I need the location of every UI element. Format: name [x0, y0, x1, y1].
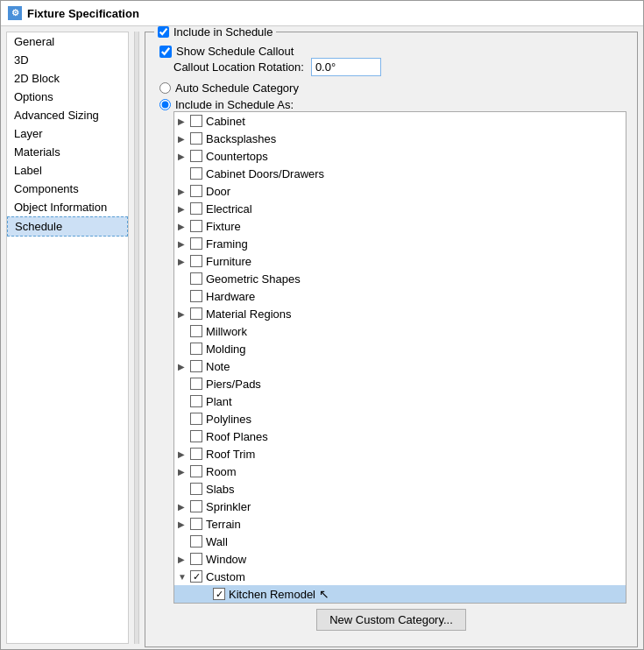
- list-item-room[interactable]: ▶ Room: [174, 463, 626, 480]
- list-item-roof-trim[interactable]: ▶ Roof Trim: [174, 445, 626, 463]
- expand-arrow-material-regions[interactable]: ▶: [178, 309, 190, 319]
- expand-arrow-furniture[interactable]: ▶: [178, 257, 190, 266]
- checkbox-terrain[interactable]: [190, 518, 202, 530]
- checkbox-plant[interactable]: [190, 395, 202, 407]
- expand-arrow-terrain[interactable]: ▶: [178, 519, 190, 529]
- expand-arrow-roof-trim[interactable]: ▶: [178, 449, 190, 459]
- include-as-radio-label[interactable]: Include in Schedule As:: [159, 98, 626, 111]
- expand-arrow-door[interactable]: ▶: [178, 187, 190, 196]
- checkbox-piers-pads[interactable]: [190, 378, 202, 390]
- checkbox-slabs[interactable]: [190, 483, 202, 495]
- sidebar-item-general[interactable]: General: [7, 32, 128, 51]
- sidebar-item-3d[interactable]: 3D: [7, 51, 128, 69]
- checkbox-polylines[interactable]: [190, 413, 202, 425]
- list-item-cabinet-doors[interactable]: ▶ Cabinet Doors/Drawers: [174, 165, 626, 182]
- expand-arrow-sprinkler[interactable]: ▶: [178, 502, 190, 512]
- include-in-schedule-checkbox[interactable]: [158, 26, 169, 38]
- expand-arrow-electrical[interactable]: ▶: [178, 204, 190, 214]
- expand-arrow-custom[interactable]: ▼: [178, 572, 190, 582]
- auto-schedule-radio[interactable]: [159, 82, 171, 94]
- expand-arrow-room[interactable]: ▶: [178, 467, 190, 477]
- checkbox-fixture[interactable]: [190, 220, 202, 232]
- checkbox-custom[interactable]: [190, 570, 202, 583]
- list-item-note[interactable]: ▶ Note: [174, 357, 626, 375]
- list-item-terrain[interactable]: ▶ Terrain: [174, 515, 626, 533]
- list-item-backsplashes[interactable]: ▶ Backsplashes: [174, 130, 626, 147]
- list-item-millwork[interactable]: ▶ Millwork: [174, 322, 626, 340]
- checkbox-roof-planes[interactable]: [190, 430, 202, 442]
- checkbox-door[interactable]: [190, 185, 202, 197]
- list-item-window[interactable]: ▶ Window: [174, 550, 626, 568]
- sidebar-item-2d-block[interactable]: 2D Block: [7, 69, 128, 88]
- list-item-furniture[interactable]: ▶ Furniture: [174, 252, 626, 270]
- checkbox-framing[interactable]: [190, 237, 202, 250]
- category-list[interactable]: ▶ Cabinet ▶ Backsplashes ▶ Counte: [173, 111, 626, 604]
- expand-arrow-framing[interactable]: ▶: [178, 239, 190, 249]
- sidebar-item-object-information[interactable]: Object Information: [7, 198, 128, 216]
- label-backsplashes: Backsplashes: [206, 132, 276, 145]
- auto-schedule-radio-label[interactable]: Auto Schedule Category: [159, 81, 626, 95]
- list-item-framing[interactable]: ▶ Framing: [174, 235, 626, 252]
- checkbox-geometric-shapes[interactable]: [190, 272, 202, 285]
- label-hardware: Hardware: [206, 290, 255, 303]
- checkbox-cabinet-doors[interactable]: [190, 167, 202, 180]
- callout-rotation-input[interactable]: [311, 58, 381, 76]
- expand-arrow-fixture[interactable]: ▶: [178, 222, 190, 231]
- expand-arrow-note[interactable]: ▶: [178, 362, 190, 371]
- fixture-specification-window: ⚙ Fixture Specification General 3D 2D Bl…: [0, 0, 644, 650]
- checkbox-wall[interactable]: [190, 535, 202, 548]
- checkbox-sprinkler[interactable]: [190, 500, 202, 512]
- list-item-countertops[interactable]: ▶ Countertops: [174, 147, 626, 165]
- sidebar-item-label[interactable]: Label: [7, 161, 128, 180]
- checkbox-countertops[interactable]: [190, 150, 202, 162]
- sidebar-item-advanced-sizing[interactable]: Advanced Sizing: [7, 106, 128, 124]
- checkbox-furniture[interactable]: [190, 255, 202, 267]
- sidebar-splitter[interactable]: [134, 32, 139, 644]
- list-item-plant[interactable]: ▶ Plant: [174, 392, 626, 410]
- expand-arrow-cabinet[interactable]: ▶: [178, 117, 190, 126]
- checkbox-window[interactable]: [190, 553, 202, 565]
- expand-arrow-backsplashes[interactable]: ▶: [178, 134, 190, 144]
- checkbox-molding[interactable]: [190, 343, 202, 355]
- new-custom-category-button[interactable]: New Custom Category...: [316, 609, 466, 631]
- sidebar-item-options[interactable]: Options: [7, 88, 128, 106]
- list-item-wall[interactable]: ▶ Wall: [174, 533, 626, 550]
- checkbox-electrical[interactable]: [190, 202, 202, 215]
- expand-arrow-window[interactable]: ▶: [178, 555, 190, 564]
- expand-arrow-countertops[interactable]: ▶: [178, 152, 190, 161]
- checkbox-room[interactable]: [190, 465, 202, 477]
- list-item-geometric-shapes[interactable]: ▶ Geometric Shapes: [174, 270, 626, 287]
- sidebar-item-materials[interactable]: Materials: [7, 143, 128, 161]
- list-item-fixture[interactable]: ▶ Fixture: [174, 217, 626, 235]
- sidebar-item-layer[interactable]: Layer: [7, 124, 128, 143]
- list-item-cabinet[interactable]: ▶ Cabinet: [174, 112, 626, 130]
- list-item-molding[interactable]: ▶ Molding: [174, 340, 626, 357]
- checkbox-note[interactable]: [190, 360, 202, 372]
- list-item-custom[interactable]: ▼ Custom: [174, 568, 626, 585]
- content-area: Include in Schedule Show Schedule Callou…: [145, 32, 638, 644]
- checkbox-cabinet[interactable]: [190, 115, 202, 127]
- checkbox-roof-trim[interactable]: [190, 448, 202, 460]
- checkbox-material-regions[interactable]: [190, 307, 202, 320]
- include-as-radio[interactable]: [159, 99, 171, 110]
- checkbox-millwork[interactable]: [190, 325, 202, 337]
- show-callout-label[interactable]: Show Schedule Callout: [176, 45, 294, 58]
- sidebar-item-components[interactable]: Components: [7, 180, 128, 198]
- include-in-schedule-label[interactable]: Include in Schedule: [173, 26, 272, 39]
- list-item-sprinkler[interactable]: ▶ Sprinkler: [174, 498, 626, 515]
- list-item-electrical[interactable]: ▶ Electrical: [174, 200, 626, 217]
- list-item-kitchen-remodel[interactable]: Kitchen Remodel ↖: [174, 585, 626, 603]
- checkbox-kitchen-remodel[interactable]: [213, 588, 225, 600]
- list-item-piers-pads[interactable]: ▶ Piers/Pads: [174, 375, 626, 392]
- sidebar-item-schedule[interactable]: Schedule: [7, 216, 128, 237]
- list-item-roof-planes[interactable]: ▶ Roof Planes: [174, 427, 626, 445]
- list-item-door[interactable]: ▶ Door: [174, 182, 626, 200]
- list-item-hardware[interactable]: ▶ Hardware: [174, 287, 626, 305]
- list-item-material-regions[interactable]: ▶ Material Regions: [174, 305, 626, 322]
- list-item-polylines[interactable]: ▶ Polylines: [174, 410, 626, 427]
- show-callout-row: Show Schedule Callout: [159, 45, 626, 58]
- list-item-slabs[interactable]: ▶ Slabs: [174, 480, 626, 498]
- checkbox-backsplashes[interactable]: [190, 132, 202, 145]
- checkbox-hardware[interactable]: [190, 290, 202, 302]
- show-callout-checkbox[interactable]: [159, 46, 172, 58]
